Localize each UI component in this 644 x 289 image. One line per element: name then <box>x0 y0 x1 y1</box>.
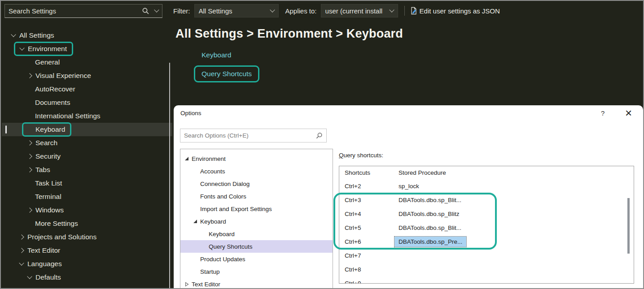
table-header-row: ShortcutsStored Procedure <box>339 166 634 179</box>
chevron-down-icon <box>389 7 394 12</box>
options-tree-item-keyboard[interactable]: Keyboard <box>180 228 333 240</box>
sidebar-item-label: Security <box>35 152 61 160</box>
sidebar-item-more-settings[interactable]: More Settings <box>2 217 172 230</box>
filter-dropdown[interactable]: All Settings <box>194 4 279 17</box>
shortcut-cell[interactable]: Ctrl+4 <box>339 207 399 221</box>
chevron-down-icon[interactable] <box>27 274 32 279</box>
sidebar-item-defaults[interactable]: Defaults <box>2 271 172 284</box>
table-row-ctrl-8[interactable]: Ctrl+8 <box>339 263 634 276</box>
sidebar-item-label: Environment <box>28 45 67 53</box>
tree-item-content: Terminal <box>28 191 61 202</box>
tree-item-content: Defaults <box>28 272 61 283</box>
options-tree-item-fonts-and-colors[interactable]: Fonts and Colors <box>180 190 333 203</box>
chevron-right-icon[interactable] <box>19 248 24 253</box>
table-row-ctrl-4[interactable]: Ctrl+4DBATools.dbo.sp_Blitz <box>339 207 634 221</box>
options-tree-item-keyboard[interactable]: Keyboard <box>180 215 333 228</box>
sidebar-item-all-settings[interactable]: All Settings <box>2 29 172 42</box>
procedure-cell[interactable]: DBATools.dbo.sp_Blitz <box>399 207 460 221</box>
sidebar-scrollbar[interactable] <box>169 63 170 289</box>
help-button[interactable]: ? <box>601 109 605 117</box>
sidebar-item-label: Terminal <box>35 193 61 201</box>
sidebar-item-autorecover[interactable]: AutoRecover <box>2 82 172 96</box>
options-tree-item-accounts[interactable]: Accounts <box>180 165 333 177</box>
applies-to-value: user (current install <box>325 7 390 15</box>
table-row-ctrl-9[interactable]: Ctrl+9 <box>339 276 634 284</box>
shortcut-cell[interactable]: Ctrl+6 <box>339 235 399 249</box>
table-row-ctrl-3[interactable]: Ctrl+3DBATools.dbo.sp_Blit... <box>339 193 634 207</box>
procedure-cell[interactable]: DBATools.dbo.sp_Blit... <box>399 221 461 235</box>
options-tree-item-product-updates[interactable]: Product Updates <box>180 253 333 265</box>
table-scrollbar[interactable] <box>627 198 630 254</box>
sidebar-item-label: Projects and Solutions <box>27 233 96 241</box>
sidebar-item-task-list[interactable]: Task List <box>2 177 172 190</box>
sidebar-item-visual-experience[interactable]: Visual Experience <box>2 69 172 82</box>
chevron-down-icon[interactable] <box>19 260 24 265</box>
shortcut-cell[interactable]: Ctrl+3 <box>339 193 399 207</box>
procedure-cell[interactable]: sp_lock <box>399 179 419 193</box>
edit-json-button[interactable]: Edit user settings as JSON <box>410 7 500 15</box>
options-tree-item-import-and-export-settings[interactable]: Import and Export Settings <box>180 203 333 215</box>
shortcut-cell[interactable]: Ctrl+5 <box>339 221 399 235</box>
sidebar-item-international-settings[interactable]: International Settings <box>2 109 172 123</box>
options-tree-item-connection-dialog[interactable]: Connection Dialog <box>180 177 333 190</box>
expanded-triangle-icon[interactable] <box>193 220 197 223</box>
sidebar-item-languages[interactable]: Languages <box>2 257 172 271</box>
options-tree-item-environment[interactable]: Environment <box>180 152 333 165</box>
chevron-right-icon[interactable] <box>19 234 24 239</box>
options-tree-item-startup[interactable]: Startup <box>180 265 333 278</box>
shortcut-cell[interactable]: Ctrl+7 <box>339 249 399 263</box>
options-tree-item-label: Connection Dialog <box>200 181 250 187</box>
column-header-shortcuts: Shortcuts <box>339 166 399 179</box>
sidebar-item-label: General <box>35 287 60 289</box>
expanded-triangle-icon[interactable] <box>185 157 188 160</box>
sidebar-item-documents[interactable]: Documents <box>2 96 172 109</box>
chevron-down-icon[interactable] <box>11 32 16 37</box>
sidebar-item-search[interactable]: Search <box>2 136 172 150</box>
table-row-ctrl-7[interactable]: Ctrl+7 <box>339 249 634 263</box>
close-button[interactable]: × <box>625 106 632 120</box>
procedure-cell[interactable]: DBATools.dbo.sp_Pre... <box>399 235 466 249</box>
sidebar-item-projects-and-solutions[interactable]: Projects and Solutions <box>2 230 172 244</box>
chevron-down-icon[interactable] <box>19 45 24 50</box>
table-row-ctrl-5[interactable]: Ctrl+5DBATools.dbo.sp_Blit... <box>339 221 634 235</box>
tree-item-content: Visual Experience <box>28 70 91 81</box>
sidebar-item-tabs[interactable]: Tabs <box>2 163 172 177</box>
selected-procedure-cell[interactable]: DBATools.dbo.sp_Pre... <box>394 237 466 247</box>
options-tree-item-text-editor[interactable]: Text Editor <box>180 278 333 289</box>
applies-to-dropdown[interactable]: user (current install <box>321 4 398 17</box>
chevron-right-icon[interactable] <box>27 73 32 78</box>
chevron-right-icon[interactable] <box>27 167 32 172</box>
shortcut-cell[interactable]: Ctrl+8 <box>339 263 399 276</box>
table-row-ctrl-6[interactable]: Ctrl+6DBATools.dbo.sp_Pre... <box>339 235 634 249</box>
annotation-highlight-box: Environment <box>14 42 73 56</box>
link-query-shortcuts[interactable]: Query Shortcuts <box>194 65 259 82</box>
chevron-down-icon[interactable] <box>154 7 159 12</box>
chevron-right-icon[interactable] <box>27 154 32 159</box>
chevron-right-icon[interactable] <box>27 140 32 145</box>
shortcut-cell[interactable]: Ctrl+2 <box>339 179 399 193</box>
shortcut-cell[interactable]: Ctrl+9 <box>339 276 399 284</box>
search-icon <box>315 132 323 139</box>
sidebar-item-keyboard[interactable]: Keyboard <box>2 123 172 136</box>
sidebar-item-terminal[interactable]: Terminal <box>2 190 172 203</box>
collapsed-triangle-icon[interactable] <box>185 282 189 287</box>
options-search-input[interactable]: Search Options (Ctrl+E) <box>180 129 327 142</box>
sidebar-item-security[interactable]: Security <box>2 150 172 163</box>
sidebar-item-label: Search <box>35 139 57 147</box>
procedure-cell[interactable]: DBATools.dbo.sp_Blit... <box>399 193 461 207</box>
sidebar-item-label: Keyboard <box>35 125 65 134</box>
options-tree-item-query-shortcuts[interactable]: Query Shortcuts <box>180 240 333 253</box>
sidebar-item-label: Task List <box>35 179 62 187</box>
sidebar-item-windows[interactable]: Windows <box>2 203 172 217</box>
tree-item-content: Windows <box>28 205 64 216</box>
table-row-ctrl-2[interactable]: Ctrl+2sp_lock <box>339 179 634 193</box>
sidebar-item-environment[interactable]: Environment <box>2 42 172 56</box>
search-settings-input[interactable]: Search Settings <box>4 4 162 18</box>
tree-item-content: International Settings <box>28 111 101 121</box>
sidebar-item-general[interactable]: General <box>2 56 172 69</box>
chevron-right-icon[interactable] <box>27 207 32 212</box>
sidebar-item-text-editor[interactable]: Text Editor <box>2 244 172 257</box>
link-keyboard[interactable]: Keyboard <box>202 51 259 59</box>
sidebar-item-general[interactable]: General <box>2 284 172 289</box>
sidebar-item-label: More Settings <box>35 220 78 228</box>
